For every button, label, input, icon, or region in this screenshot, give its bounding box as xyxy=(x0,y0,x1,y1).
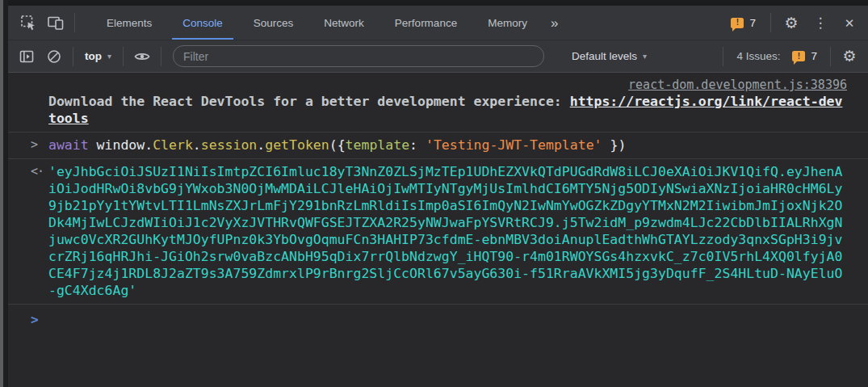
console-command-row: > await window.Clerk.session.getToken({t… xyxy=(8,133,868,159)
code-token-keyword: await xyxy=(48,137,97,153)
clear-console-icon xyxy=(46,48,62,65)
tab-memory[interactable]: Memory xyxy=(472,6,543,40)
window-top-edge xyxy=(0,0,868,6)
tab-performance[interactable]: Performance xyxy=(379,6,472,40)
devtools-tab-bar: ElementsConsoleSourcesNetworkPerformance… xyxy=(8,6,868,40)
create-live-expression-button[interactable] xyxy=(128,44,156,69)
console-messages-area: react-dom.development.js:38396 Download … xyxy=(8,73,868,387)
code-token-plain: . xyxy=(193,137,201,153)
code-token-property: session xyxy=(201,137,258,153)
javascript-context-selector[interactable]: top ▾ xyxy=(78,47,118,65)
code-token-plain: : xyxy=(409,137,426,153)
code-token-object: window xyxy=(97,137,145,153)
gear-icon: ⚙ xyxy=(784,15,798,31)
console-sidebar-icon xyxy=(19,48,35,65)
window-left-edge xyxy=(3,0,8,387)
chevron-down-icon: ▾ xyxy=(643,52,647,61)
tab-network[interactable]: Network xyxy=(308,6,379,40)
issues-counter[interactable]: ! 7 xyxy=(723,17,764,29)
divider xyxy=(770,13,771,32)
jwt-token-string: 'eyJhbGciOiJSUzI1NiIsImtpZCI6Imluc18yT3N… xyxy=(48,163,846,299)
console-result-row: <· 'eyJhbGciOiJSUzI1NiIsImtpZCI6Imluc18y… xyxy=(8,159,868,305)
code-token-property: Clerk xyxy=(153,137,193,153)
console-issues-counter[interactable]: 4 Issues: ! 7 xyxy=(728,50,825,62)
filter-input[interactable] xyxy=(173,45,544,67)
inspect-cursor-icon xyxy=(20,15,37,32)
clear-console-button[interactable] xyxy=(40,44,68,69)
code-token-plain: ({ xyxy=(329,137,346,153)
console-settings-button[interactable]: ⚙ xyxy=(836,44,863,69)
tab-sources[interactable]: Sources xyxy=(238,6,309,40)
code-token-key: template xyxy=(346,137,409,153)
console-command-code: await window.Clerk.session.getToken({tem… xyxy=(48,137,846,154)
divider xyxy=(74,13,75,32)
settings-button[interactable]: ⚙ xyxy=(778,10,805,36)
inspect-element-button[interactable] xyxy=(15,10,42,36)
issue-badge-icon: ! xyxy=(731,18,744,28)
divider xyxy=(723,47,723,66)
code-token-plain: }) xyxy=(602,137,627,153)
device-toolbar-icon xyxy=(47,15,65,31)
console-input-prompt-icon: > xyxy=(31,311,39,328)
command-prompt-icon: > xyxy=(31,137,38,154)
console-info-message-row: react-dom.development.js:38396 Download … xyxy=(8,73,868,133)
devtools-panel: ElementsConsoleSourcesNetworkPerformance… xyxy=(8,6,868,387)
close-icon: ✕ xyxy=(845,17,855,29)
toggle-device-toolbar-button[interactable] xyxy=(42,10,69,36)
code-token-string: 'Testing-JWT-Template' xyxy=(426,137,602,153)
console-toolbar: top ▾ Default levels ▾ 4 Issues: ! 7 xyxy=(8,40,868,73)
issues-label: 4 Issues: xyxy=(736,50,780,62)
more-tabs-button[interactable]: » xyxy=(543,16,567,30)
eye-icon xyxy=(133,48,151,65)
console-input-row[interactable]: > xyxy=(8,305,868,316)
divider xyxy=(73,47,73,66)
divider xyxy=(161,47,161,66)
customize-devtools-button[interactable]: ⋮ xyxy=(807,10,834,36)
source-location-link[interactable]: react-dom.development.js:38396 xyxy=(628,78,847,92)
issue-badge-icon: ! xyxy=(792,51,805,61)
more-tabs-icon: » xyxy=(551,16,559,30)
tab-console[interactable]: Console xyxy=(167,6,238,40)
gear-icon: ⚙ xyxy=(842,48,856,64)
log-levels-selector[interactable]: Default levels ▾ xyxy=(565,47,653,65)
divider xyxy=(123,47,124,66)
code-token-plain: . xyxy=(145,137,153,153)
console-info-message: Download the React DevTools for a better… xyxy=(48,93,846,127)
window-resize-handle[interactable] xyxy=(0,0,3,387)
code-token-property: getToken xyxy=(265,137,329,153)
code-token-plain: . xyxy=(257,137,265,153)
divider xyxy=(830,47,831,66)
close-devtools-button[interactable]: ✕ xyxy=(836,10,863,36)
chevron-down-icon: ▾ xyxy=(107,52,111,61)
three-dot-menu-icon: ⋮ xyxy=(814,16,828,30)
result-marker-icon: <· xyxy=(31,163,44,180)
panel-tabs: ElementsConsoleSourcesNetworkPerformance… xyxy=(91,6,543,40)
tab-elements[interactable]: Elements xyxy=(91,6,167,40)
issues-count: 7 xyxy=(749,17,756,29)
show-console-sidebar-button[interactable] xyxy=(13,44,40,69)
